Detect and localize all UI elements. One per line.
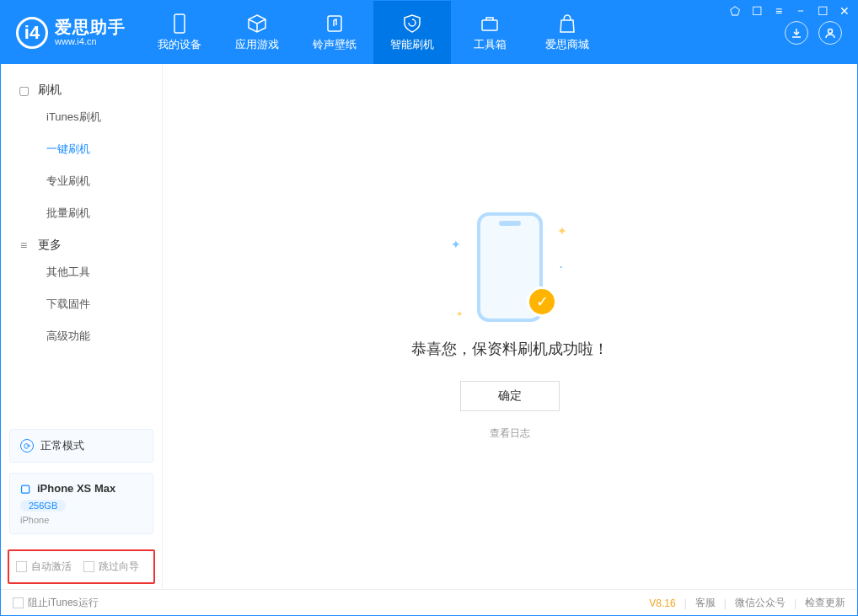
checkbox-auto-activate[interactable]: 自动激活 <box>16 560 72 574</box>
tab-tools[interactable]: 工具箱 <box>451 1 528 64</box>
phone-icon <box>169 13 190 34</box>
device-type: iPhone <box>20 515 142 525</box>
phone-small-icon: ▢ <box>20 482 30 495</box>
sidebar-group-more: ≡更多 <box>1 229 162 256</box>
svg-point-3 <box>829 29 833 33</box>
tab-apps[interactable]: 应用游戏 <box>218 1 296 64</box>
maximize-icon[interactable]: ☐ <box>816 4 829 18</box>
checkbox-icon <box>13 597 24 608</box>
toolbox-icon <box>480 13 500 34</box>
sidebar-item-advanced[interactable]: 高级功能 <box>1 320 162 352</box>
device-mode[interactable]: ⟳正常模式 <box>9 429 153 463</box>
svg-rect-2 <box>482 20 497 30</box>
wechat-link[interactable]: 微信公众号 <box>735 596 786 610</box>
cube-icon <box>247 13 267 34</box>
lock-icon[interactable]: ☐ <box>750 4 764 18</box>
shirt-icon[interactable]: ⬠ <box>728 4 742 18</box>
sparkle-icon: ✦ <box>456 309 463 319</box>
sidebar-item-batch[interactable]: 批量刷机 <box>1 197 162 229</box>
sidebar-item-oneclick[interactable]: 一键刷机 <box>1 133 162 165</box>
download-icon[interactable] <box>785 21 808 45</box>
close-icon[interactable]: ✕ <box>838 4 851 18</box>
tab-flash[interactable]: 智能刷机 <box>373 1 451 64</box>
checkbox-icon <box>16 561 27 572</box>
sidebar-item-pro[interactable]: 专业刷机 <box>1 165 162 197</box>
ok-button[interactable]: 确定 <box>460 381 560 411</box>
checkbox-block-itunes[interactable]: 阻止iTunes运行 <box>13 596 99 610</box>
shield-icon <box>402 13 422 34</box>
bag-icon <box>557 13 577 34</box>
user-icon[interactable] <box>818 21 842 45</box>
success-illustration: ✓ ✦ ✦ ✦ • <box>459 212 560 322</box>
checkbox-icon <box>83 561 94 572</box>
device-info[interactable]: ▢iPhone XS Max 256GB iPhone <box>9 473 153 534</box>
sidebar-item-firmware[interactable]: 下载固件 <box>1 288 162 320</box>
svg-rect-0 <box>174 14 185 33</box>
sparkle-icon: ✦ <box>451 238 461 251</box>
minimize-icon[interactable]: － <box>794 3 807 19</box>
tab-device[interactable]: 我的设备 <box>141 1 218 64</box>
view-log-link[interactable]: 查看日志 <box>490 426 530 441</box>
device-icon: ▢ <box>18 84 29 96</box>
list-icon: ≡ <box>18 239 29 251</box>
flash-options-highlight: 自动激活 跳过向导 <box>8 549 155 584</box>
window-controls: ⬠ ☐ ≡ － ☐ ✕ <box>728 3 851 19</box>
main-content: ✓ ✦ ✦ ✦ • 恭喜您，保资料刷机成功啦！ 确定 查看日志 <box>163 64 857 589</box>
update-link[interactable]: 检查更新 <box>805 596 845 610</box>
app-name: 爱思助手 <box>55 18 126 36</box>
app-url: www.i4.cn <box>55 36 126 46</box>
music-icon <box>324 13 345 34</box>
menu-icon[interactable]: ≡ <box>772 4 786 18</box>
sidebar-item-itunes[interactable]: iTunes刷机 <box>1 101 162 133</box>
sparkle-icon: ✦ <box>557 224 567 238</box>
support-link[interactable]: 客服 <box>695 596 716 610</box>
sidebar: ▢刷机 iTunes刷机 一键刷机 专业刷机 批量刷机 ≡更多 其他工具 下载固… <box>1 64 163 589</box>
tab-ring[interactable]: 铃声壁纸 <box>296 1 373 64</box>
version-label: V8.16 <box>649 597 675 609</box>
main-tabs: 我的设备 应用游戏 铃声壁纸 智能刷机 工具箱 爱思商城 <box>141 1 770 64</box>
checkbox-skip-guide[interactable]: 跳过向导 <box>83 560 139 574</box>
svg-rect-1 <box>328 16 341 31</box>
header: i4 爱思助手 www.i4.cn 我的设备 应用游戏 铃声壁纸 智能刷机 工具… <box>1 1 857 64</box>
mode-icon: ⟳ <box>20 439 34 453</box>
storage-badge: 256GB <box>20 500 66 512</box>
sidebar-group-flash: ▢刷机 <box>1 74 162 101</box>
logo: i4 爱思助手 www.i4.cn <box>1 1 141 64</box>
footer: 阻止iTunes运行 V8.16 | 客服 | 微信公众号 | 检查更新 <box>1 589 857 616</box>
logo-icon: i4 <box>16 17 48 49</box>
sidebar-item-other[interactable]: 其他工具 <box>1 256 162 288</box>
tab-store[interactable]: 爱思商城 <box>528 1 606 64</box>
sparkle-icon: • <box>560 263 562 271</box>
success-message: 恭喜您，保资料刷机成功啦！ <box>411 339 609 359</box>
check-badge-icon: ✓ <box>527 287 557 317</box>
